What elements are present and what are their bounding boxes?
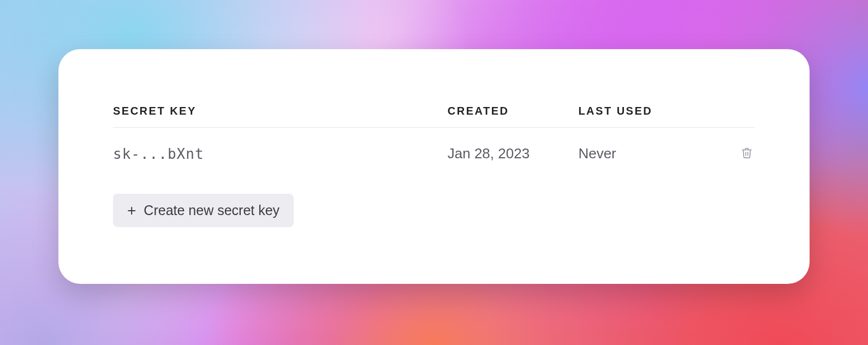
trash-icon [741,146,753,159]
cell-last-used: Never [578,128,722,180]
create-button-label: Create new secret key [144,203,280,218]
delete-key-button[interactable] [739,144,755,162]
table-row: sk-...bXnt Jan 28, 2023 Never [113,128,755,180]
header-secret-key: SECRET KEY [113,105,448,128]
create-new-secret-key-button[interactable]: + Create new secret key [113,194,294,227]
api-keys-table: SECRET KEY CREATED LAST USED sk-...bXnt … [113,105,755,180]
table-header-row: SECRET KEY CREATED LAST USED [113,105,755,128]
cell-created: Jan 28, 2023 [448,128,579,180]
header-actions [722,105,755,128]
plus-icon: + [127,203,136,218]
cell-secret-key: sk-...bXnt [113,128,448,180]
api-keys-card: SECRET KEY CREATED LAST USED sk-...bXnt … [58,49,810,284]
header-last-used: LAST USED [578,105,722,128]
header-created: CREATED [448,105,579,128]
cell-actions [722,128,755,180]
